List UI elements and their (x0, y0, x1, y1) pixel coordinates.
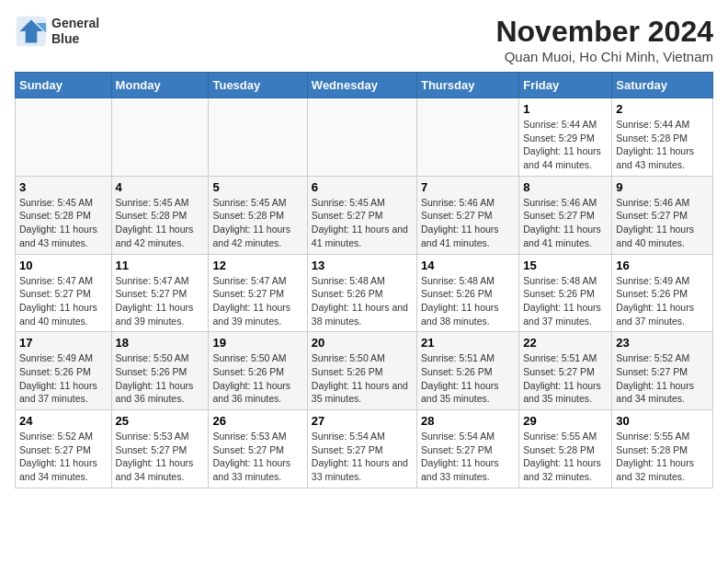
day-info: Sunrise: 5:53 AM Sunset: 5:27 PM Dayligh… (212, 430, 302, 484)
day-cell-15: 15Sunrise: 5:48 AM Sunset: 5:26 PM Dayli… (519, 254, 612, 332)
day-info: Sunrise: 5:51 AM Sunset: 5:27 PM Dayligh… (523, 351, 608, 406)
day-number: 7 (421, 180, 515, 194)
week-row-3: 17Sunrise: 5:49 AM Sunset: 5:26 PM Dayli… (16, 332, 713, 410)
day-cell-20: 20Sunrise: 5:50 AM Sunset: 5:26 PM Dayli… (307, 332, 416, 410)
day-info: Sunrise: 5:46 AM Sunset: 5:27 PM Dayligh… (616, 196, 709, 250)
empty-cell (111, 98, 209, 177)
weekday-monday: Monday (111, 73, 209, 98)
day-info: Sunrise: 5:44 AM Sunset: 5:29 PM Dayligh… (523, 118, 608, 172)
day-info: Sunrise: 5:45 AM Sunset: 5:27 PM Dayligh… (312, 196, 413, 250)
day-info: Sunrise: 5:46 AM Sunset: 5:27 PM Dayligh… (421, 196, 515, 250)
day-number: 20 (312, 336, 413, 350)
day-number: 26 (212, 414, 302, 428)
week-row-2: 10Sunrise: 5:47 AM Sunset: 5:27 PM Dayli… (16, 254, 713, 332)
day-number: 12 (212, 259, 302, 272)
weekday-friday: Friday (519, 73, 612, 98)
day-info: Sunrise: 5:50 AM Sunset: 5:26 PM Dayligh… (116, 351, 205, 406)
day-number: 24 (19, 414, 108, 428)
day-cell-17: 17Sunrise: 5:49 AM Sunset: 5:26 PM Dayli… (16, 332, 112, 410)
day-cell-6: 6Sunrise: 5:45 AM Sunset: 5:27 PM Daylig… (307, 176, 416, 254)
day-number: 4 (116, 180, 205, 194)
day-number: 11 (116, 259, 205, 272)
month-title: November 2024 (495, 15, 713, 49)
calendar-body: 1Sunrise: 5:44 AM Sunset: 5:29 PM Daylig… (16, 98, 713, 488)
day-cell-11: 11Sunrise: 5:47 AM Sunset: 5:27 PM Dayli… (111, 254, 209, 332)
week-row-0: 1Sunrise: 5:44 AM Sunset: 5:29 PM Daylig… (16, 98, 713, 177)
day-cell-19: 19Sunrise: 5:50 AM Sunset: 5:26 PM Dayli… (209, 332, 307, 410)
day-cell-16: 16Sunrise: 5:49 AM Sunset: 5:26 PM Dayli… (612, 254, 713, 332)
day-number: 2 (616, 102, 709, 116)
day-number: 10 (19, 259, 108, 272)
day-number: 5 (212, 180, 302, 194)
day-cell-29: 29Sunrise: 5:55 AM Sunset: 5:28 PM Dayli… (519, 410, 612, 488)
day-info: Sunrise: 5:52 AM Sunset: 5:27 PM Dayligh… (19, 430, 108, 484)
day-cell-4: 4Sunrise: 5:45 AM Sunset: 5:28 PM Daylig… (111, 176, 209, 254)
day-number: 21 (421, 336, 515, 350)
day-cell-12: 12Sunrise: 5:47 AM Sunset: 5:27 PM Dayli… (209, 254, 307, 332)
day-info: Sunrise: 5:44 AM Sunset: 5:28 PM Dayligh… (616, 118, 709, 172)
day-number: 15 (523, 259, 608, 272)
title-area: November 2024 Quan Muoi, Ho Chi Minh, Vi… (495, 15, 713, 64)
header: General Blue November 2024 Quan Muoi, Ho… (15, 15, 713, 64)
day-info: Sunrise: 5:50 AM Sunset: 5:26 PM Dayligh… (312, 351, 413, 406)
day-number: 30 (616, 414, 709, 428)
day-cell-14: 14Sunrise: 5:48 AM Sunset: 5:26 PM Dayli… (416, 254, 518, 332)
day-info: Sunrise: 5:55 AM Sunset: 5:28 PM Dayligh… (616, 430, 709, 484)
day-number: 1 (523, 102, 608, 116)
empty-cell (16, 98, 112, 177)
location: Quan Muoi, Ho Chi Minh, Vietnam (495, 49, 713, 64)
day-info: Sunrise: 5:51 AM Sunset: 5:26 PM Dayligh… (421, 351, 515, 406)
day-info: Sunrise: 5:53 AM Sunset: 5:27 PM Dayligh… (116, 430, 205, 484)
week-row-1: 3Sunrise: 5:45 AM Sunset: 5:28 PM Daylig… (16, 176, 713, 254)
calendar-table: SundayMondayTuesdayWednesdayThursdayFrid… (15, 72, 713, 488)
weekday-tuesday: Tuesday (209, 73, 307, 98)
day-cell-8: 8Sunrise: 5:46 AM Sunset: 5:27 PM Daylig… (519, 176, 612, 254)
day-number: 18 (116, 336, 205, 350)
logo: General Blue (15, 15, 99, 48)
day-cell-1: 1Sunrise: 5:44 AM Sunset: 5:29 PM Daylig… (519, 98, 612, 177)
day-number: 25 (116, 414, 205, 428)
day-number: 8 (523, 180, 608, 194)
day-number: 17 (19, 336, 108, 350)
day-cell-9: 9Sunrise: 5:46 AM Sunset: 5:27 PM Daylig… (612, 176, 713, 254)
day-info: Sunrise: 5:49 AM Sunset: 5:26 PM Dayligh… (616, 274, 709, 328)
weekday-thursday: Thursday (416, 73, 518, 98)
day-cell-7: 7Sunrise: 5:46 AM Sunset: 5:27 PM Daylig… (416, 176, 518, 254)
day-info: Sunrise: 5:54 AM Sunset: 5:27 PM Dayligh… (421, 430, 515, 484)
day-info: Sunrise: 5:49 AM Sunset: 5:26 PM Dayligh… (19, 351, 108, 406)
empty-cell (416, 98, 518, 177)
day-number: 27 (312, 414, 413, 428)
day-info: Sunrise: 5:48 AM Sunset: 5:26 PM Dayligh… (523, 274, 608, 328)
day-info: Sunrise: 5:45 AM Sunset: 5:28 PM Dayligh… (212, 196, 302, 250)
weekday-wednesday: Wednesday (307, 73, 416, 98)
day-info: Sunrise: 5:47 AM Sunset: 5:27 PM Dayligh… (212, 274, 302, 328)
empty-cell (307, 98, 416, 177)
day-info: Sunrise: 5:55 AM Sunset: 5:28 PM Dayligh… (523, 430, 608, 484)
day-info: Sunrise: 5:45 AM Sunset: 5:28 PM Dayligh… (19, 196, 108, 250)
day-cell-27: 27Sunrise: 5:54 AM Sunset: 5:27 PM Dayli… (307, 410, 416, 488)
weekday-sunday: Sunday (16, 73, 112, 98)
day-number: 22 (523, 336, 608, 350)
day-cell-3: 3Sunrise: 5:45 AM Sunset: 5:28 PM Daylig… (16, 176, 112, 254)
day-number: 13 (312, 259, 413, 272)
day-cell-10: 10Sunrise: 5:47 AM Sunset: 5:27 PM Dayli… (16, 254, 112, 332)
day-info: Sunrise: 5:54 AM Sunset: 5:27 PM Dayligh… (312, 430, 413, 484)
day-info: Sunrise: 5:48 AM Sunset: 5:26 PM Dayligh… (312, 274, 413, 328)
day-info: Sunrise: 5:46 AM Sunset: 5:27 PM Dayligh… (523, 196, 608, 250)
day-cell-30: 30Sunrise: 5:55 AM Sunset: 5:28 PM Dayli… (612, 410, 713, 488)
day-number: 3 (19, 180, 108, 194)
logo-icon (15, 15, 48, 48)
day-number: 29 (523, 414, 608, 428)
day-info: Sunrise: 5:48 AM Sunset: 5:26 PM Dayligh… (421, 274, 515, 328)
day-cell-21: 21Sunrise: 5:51 AM Sunset: 5:26 PM Dayli… (416, 332, 518, 410)
day-info: Sunrise: 5:47 AM Sunset: 5:27 PM Dayligh… (19, 274, 108, 328)
day-number: 6 (312, 180, 413, 194)
day-cell-24: 24Sunrise: 5:52 AM Sunset: 5:27 PM Dayli… (16, 410, 112, 488)
day-number: 16 (616, 259, 709, 272)
day-info: Sunrise: 5:52 AM Sunset: 5:27 PM Dayligh… (616, 351, 709, 406)
day-cell-23: 23Sunrise: 5:52 AM Sunset: 5:27 PM Dayli… (612, 332, 713, 410)
weekday-header-row: SundayMondayTuesdayWednesdayThursdayFrid… (16, 73, 713, 98)
week-row-4: 24Sunrise: 5:52 AM Sunset: 5:27 PM Dayli… (16, 410, 713, 488)
day-number: 23 (616, 336, 709, 350)
day-info: Sunrise: 5:45 AM Sunset: 5:28 PM Dayligh… (116, 196, 205, 250)
